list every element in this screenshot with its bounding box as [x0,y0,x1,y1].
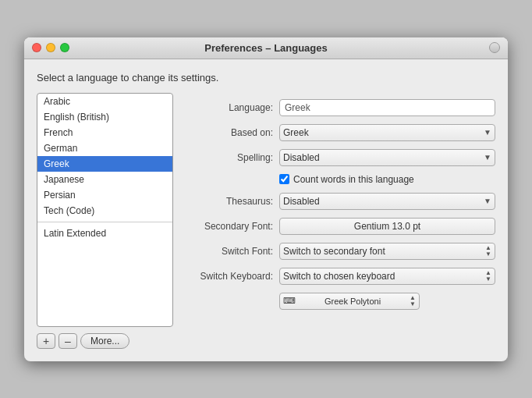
switch-keyboard-select[interactable]: Switch to chosen keyboard ▲ ▼ [279,268,495,285]
language-input[interactable] [279,99,495,116]
collapse-button[interactable] [489,42,500,53]
lang-item-latin-extended[interactable]: Latin Extended [37,226,172,241]
settings-panel: Language: Based on: Greek ▼ Spelling: Di… [186,93,495,349]
switch-keyboard-label: Switch Keyboard: [186,271,279,282]
minimize-button[interactable] [46,43,55,52]
main-window: Preferences – Languages Select a languag… [24,37,508,361]
lang-item-german[interactable]: German [37,140,172,156]
spelling-value: Disabled [283,152,320,163]
lang-item-japanese[interactable]: Japanese [37,172,172,187]
count-words-label: Count words in this language [293,174,414,185]
thesaurus-row: Thesaurus: Disabled ▼ [186,193,495,210]
switch-font-label: Switch Font: [186,246,279,257]
maximize-button[interactable] [60,43,69,52]
count-words-checkbox[interactable] [279,174,289,184]
traffic-lights [32,43,69,52]
switch-keyboard-stepper-icon: ▲ ▼ [485,270,491,283]
count-words-row: Count words in this language [186,174,495,185]
more-button[interactable]: More... [80,333,129,349]
secondary-font-label: Secondary Font: [186,221,279,232]
thesaurus-label: Thesaurus: [186,196,279,207]
main-area: Arabic English (British) French German G… [37,93,495,349]
language-row: Language: [186,99,495,116]
secondary-font-button[interactable]: Gentium 13.0 pt [279,218,495,235]
lang-item-english-british[interactable]: English (British) [37,109,172,125]
thesaurus-select[interactable]: Disabled ▼ [279,193,495,210]
secondary-font-row: Secondary Font: Gentium 13.0 pt [186,218,495,235]
language-list[interactable]: Arabic English (British) French German G… [37,93,173,327]
spelling-arrow-icon: ▼ [484,153,491,162]
content-area: Select a language to change its settings… [24,59,508,361]
based-on-select[interactable]: Greek ▼ [279,124,495,141]
add-language-button[interactable]: + [37,333,55,349]
spelling-select[interactable]: Disabled ▼ [279,149,495,166]
titlebar: Preferences – Languages [24,37,508,59]
lang-buttons: + – More... [37,333,173,349]
lang-item-persian[interactable]: Persian [37,187,172,203]
lang-item-french[interactable]: French [37,125,172,140]
lang-item-greek[interactable]: Greek [37,156,172,172]
language-label: Language: [186,102,279,113]
based-on-value: Greek [283,127,309,138]
based-on-arrow-icon: ▼ [484,128,491,137]
based-on-row: Based on: Greek ▼ [186,124,495,141]
switch-font-select[interactable]: Switch to secondary font ▲ ▼ [279,243,495,260]
keyboard-layout-stepper-icon: ▲ ▼ [410,295,416,307]
thesaurus-arrow-icon: ▼ [484,197,491,205]
keyboard-icon: ⌨ [283,296,296,306]
spelling-row: Spelling: Disabled ▼ [186,149,495,166]
switch-keyboard-row: Switch Keyboard: Switch to chosen keyboa… [186,268,495,285]
based-on-label: Based on: [186,127,279,138]
keyboard-layout-value: Greek Polytoni [325,297,381,306]
window-title: Preferences – Languages [204,42,328,54]
keyboard-layout-select[interactable]: ⌨ Greek Polytoni ▲ ▼ [279,293,420,310]
language-panel: Arabic English (British) French German G… [37,93,173,349]
lang-item-tech-code[interactable]: Tech (Code) [37,203,172,219]
thesaurus-value: Disabled [283,196,320,207]
remove-language-button[interactable]: – [59,333,77,349]
switch-font-row: Switch Font: Switch to secondary font ▲ … [186,243,495,260]
close-button[interactable] [32,43,41,52]
switch-keyboard-value: Switch to chosen keyboard [283,271,395,282]
instruction-text: Select a language to change its settings… [37,72,495,84]
spelling-label: Spelling: [186,152,279,163]
keyboard-select-row: ⌨ Greek Polytoni ▲ ▼ [186,293,495,310]
switch-font-stepper-icon: ▲ ▼ [485,245,491,258]
lang-item-arabic[interactable]: Arabic [37,94,172,109]
switch-font-value: Switch to secondary font [283,246,385,257]
